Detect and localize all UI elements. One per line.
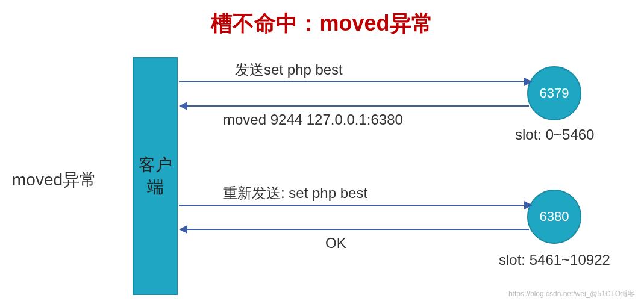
arrow-ok-label: OK xyxy=(325,235,346,252)
arrow-moved-response xyxy=(187,105,529,107)
client-label: 客户端 xyxy=(139,154,172,198)
arrow-head-icon xyxy=(179,225,187,234)
arrow-ok-response xyxy=(187,229,529,230)
arrow-head-icon xyxy=(179,102,187,110)
arrow-resend-label: 重新发送: set php best xyxy=(223,184,367,203)
arrow-resend xyxy=(179,205,525,206)
node-6379: 6379 xyxy=(527,66,581,120)
exception-label: moved异常 xyxy=(12,169,96,191)
node-6380-slot: slot: 5461~10922 xyxy=(499,252,610,268)
node-6379-slot: slot: 0~5460 xyxy=(515,126,594,143)
diagram-title: 槽不命中：moved异常 xyxy=(0,9,644,39)
arrow-head-icon xyxy=(524,201,533,209)
arrow-send-1-label: 发送set php best xyxy=(235,60,343,79)
node-6380-port: 6380 xyxy=(540,209,569,225)
arrow-head-icon xyxy=(524,78,533,86)
client-box: 客户端 xyxy=(133,57,178,295)
node-6380: 6380 xyxy=(527,190,581,244)
watermark: https://blog.csdn.net/wei_@51CTO博客 xyxy=(508,289,635,299)
arrow-send-1 xyxy=(179,81,525,82)
arrow-moved-label: moved 9244 127.0.0.1:6380 xyxy=(223,111,403,128)
node-6379-port: 6379 xyxy=(540,85,569,101)
